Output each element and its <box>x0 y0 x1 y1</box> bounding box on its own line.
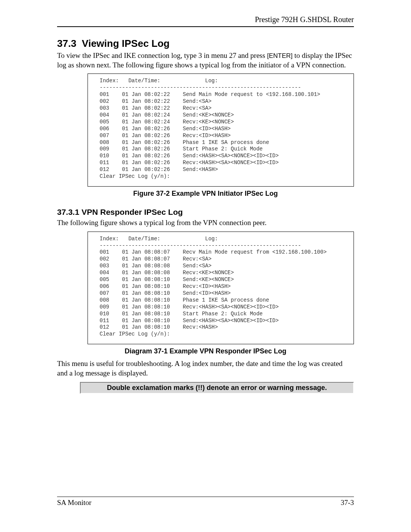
after-log-paragraph: This menu is useful for troubleshooting.… <box>57 359 354 378</box>
header-product: Prestige 792H G.SHDSL Router <box>57 15 354 27</box>
section-intro: To view the IPSec and IKE connection log… <box>57 51 354 70</box>
footer-left: SA Monitor <box>57 498 91 507</box>
footer-right: 37-3 <box>341 498 354 507</box>
enter-key: [ENTER] <box>267 52 293 59</box>
figure-caption-1: Figure 37-2 Example VPN Initiator IPSec … <box>57 190 354 198</box>
page-footer: SA Monitor 37-3 <box>57 497 354 507</box>
section-title-text: Viewing IPSec Log <box>82 38 170 49</box>
section-number: 37.3 <box>57 38 76 49</box>
subsection-number: 37.3.1 <box>57 208 79 216</box>
intro-part-a: To view the IPSec and IKE connection log… <box>57 51 267 59</box>
initiator-log-box: Index: Date/Time: Log: -----------------… <box>88 73 354 187</box>
section-heading: 37.3 Viewing IPSec Log <box>57 38 354 50</box>
subsection-heading: 37.3.1 VPN Responder IPSec Log <box>57 208 354 217</box>
note-bar: Double exclamation marks (!!) denote an … <box>80 382 354 394</box>
subsection-intro: The following figure shows a typical log… <box>57 218 354 228</box>
diagram-caption-1: Diagram 37-1 Example VPN Responder IPSec… <box>57 347 354 355</box>
responder-log-box: Index: Date/Time: Log: -----------------… <box>88 232 354 345</box>
subsection-title-text: VPN Responder IPSec Log <box>81 208 183 216</box>
